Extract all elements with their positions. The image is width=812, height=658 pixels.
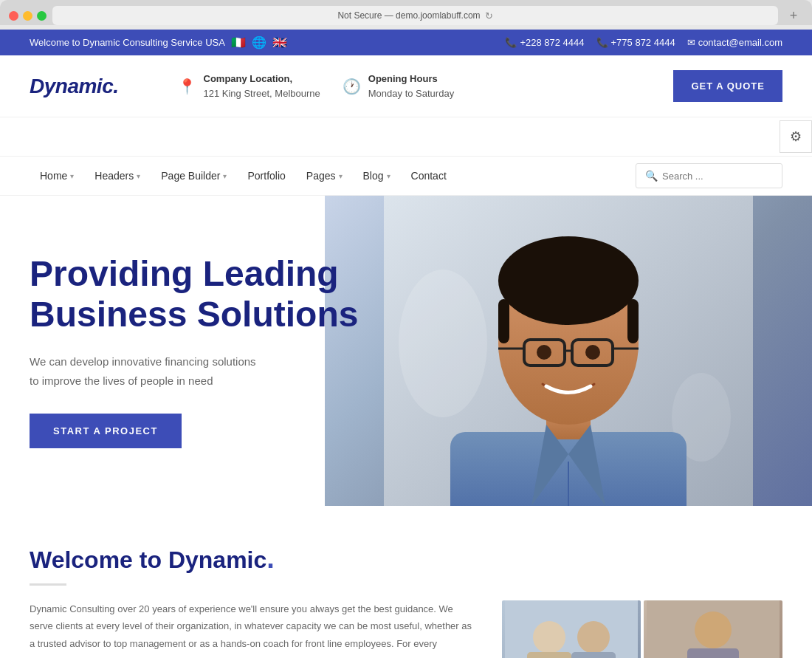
search-box[interactable]: 🔍: [636, 163, 782, 188]
get-quote-button[interactable]: GET A QUOTE: [673, 70, 782, 102]
hero-title-line2: Business Solutions: [30, 295, 358, 334]
welcome-images: [502, 600, 782, 658]
window-controls: [9, 11, 47, 21]
chevron-down-icon: ▾: [339, 172, 343, 180]
add-tab-button[interactable]: +: [784, 6, 803, 25]
search-icon: 🔍: [645, 170, 658, 182]
svg-point-16: [537, 345, 551, 360]
close-button[interactable]: [9, 11, 18, 21]
hours-text: Opening Hours Monday to Saturday: [368, 72, 454, 100]
hero-content: Providing Leading Business Solutions We …: [0, 253, 388, 448]
chevron-down-icon: ▾: [223, 172, 227, 180]
hero-person-svg: [325, 196, 812, 506]
location-text: Company Location, 121 King Street, Melbo…: [204, 72, 320, 100]
clock-icon: 🕐: [343, 78, 361, 95]
website-content: Welcome to Dynamic Consulting Service US…: [0, 30, 812, 658]
svg-point-2: [399, 270, 487, 417]
settings-button[interactable]: ⚙: [780, 120, 812, 153]
chevron-down-icon: ▾: [70, 172, 74, 180]
email-contact: ✉ contact@email.com: [687, 37, 782, 48]
svg-point-8: [498, 236, 639, 325]
flag-uk[interactable]: 🇬🇧: [272, 35, 287, 49]
welcome-img-1-svg: [502, 600, 641, 658]
nav-headers[interactable]: Headers ▾: [84, 157, 151, 195]
flag-global[interactable]: 🌐: [252, 35, 266, 49]
chevron-down-icon: ▾: [137, 172, 140, 180]
location-icon: 📍: [178, 78, 196, 95]
location-value: 121 King Street, Melbourne: [204, 88, 320, 99]
nav-portfolio-label: Portfolio: [247, 170, 285, 182]
nav-headers-label: Headers: [94, 170, 134, 182]
hero-title: Providing Leading Business Solutions: [30, 253, 358, 335]
welcome-img-2-svg: [644, 600, 782, 658]
nav-pages-label: Pages: [306, 170, 336, 182]
nav-blog-label: Blog: [363, 170, 384, 182]
nav-home[interactable]: Home ▾: [30, 157, 84, 195]
settings-bar: ⚙: [0, 117, 812, 156]
welcome-text: Welcome to Dynamic Consulting Service US…: [30, 37, 225, 48]
hours-label: Opening Hours: [368, 72, 454, 86]
svg-rect-9: [498, 299, 509, 343]
reload-icon[interactable]: ↻: [485, 10, 493, 21]
header-info-group: 📍 Company Location, 121 King Street, Mel…: [119, 72, 674, 100]
welcome-divider: [30, 583, 66, 586]
site-header: Dynamic. 📍 Company Location, 121 King St…: [0, 55, 812, 117]
hours-value: Monday to Saturday: [368, 88, 454, 99]
nav-blog[interactable]: Blog ▾: [353, 157, 401, 195]
svg-rect-10: [627, 299, 639, 343]
phone1-number[interactable]: +228 872 4444: [520, 37, 584, 48]
url-bar[interactable]: Not Secure — demo.joomlabuff.com ↻: [52, 6, 778, 25]
search-input[interactable]: [662, 171, 773, 182]
phone2-number[interactable]: +775 872 4444: [611, 37, 675, 48]
nav-contact-label: Contact: [411, 170, 447, 182]
nav-pages[interactable]: Pages ▾: [296, 157, 353, 195]
phone2-contact: 📞 +775 872 4444: [596, 37, 675, 48]
hero-subtitle: We can develop innovative financing solu…: [30, 352, 358, 390]
svg-point-17: [585, 345, 600, 360]
top-bar-left: Welcome to Dynamic Consulting Service US…: [30, 35, 287, 49]
email-address[interactable]: contact@email.com: [698, 37, 782, 48]
hero-subtitle-line2: to improve the lives of people in need: [30, 374, 213, 387]
location-label: Company Location,: [204, 72, 320, 86]
svg-rect-26: [505, 600, 638, 658]
nav-home-label: Home: [40, 170, 67, 182]
maximize-button[interactable]: [37, 11, 47, 21]
chevron-down-icon: ▾: [387, 172, 390, 180]
start-project-button[interactable]: START A PROJECT: [30, 414, 182, 448]
location-info: 📍 Company Location, 121 King Street, Mel…: [178, 72, 320, 100]
phone2-icon: 📞: [596, 37, 608, 48]
welcome-body-text: Dynamic Consulting over 20 years of expe…: [30, 600, 472, 652]
nav-contact[interactable]: Contact: [401, 157, 457, 195]
hero-section: Providing Leading Business Solutions We …: [0, 196, 812, 506]
hero-subtitle-line1: We can develop innovative financing solu…: [30, 355, 256, 368]
welcome-title-text: Welcome to Dynamic: [30, 546, 266, 573]
welcome-section: Welcome to Dynamic. Dynamic Consulting o…: [0, 506, 812, 658]
site-logo[interactable]: Dynamic.: [30, 75, 119, 98]
nav-page-builder-label: Page Builder: [161, 170, 220, 182]
main-nav: Home ▾ Headers ▾ Page Builder ▾ Portfoli…: [0, 156, 812, 196]
hero-title-line1: Providing Leading: [30, 254, 339, 293]
welcome-title-dot: .: [266, 543, 275, 574]
top-bar-right: 📞 +228 872 4444 📞 +775 872 4444 ✉ contac…: [505, 37, 782, 48]
nav-page-builder[interactable]: Page Builder ▾: [151, 157, 237, 195]
nav-portfolio[interactable]: Portfolio: [237, 157, 295, 195]
browser-window: Not Secure — demo.joomlabuff.com ↻ +: [0, 0, 812, 25]
minimize-button[interactable]: [23, 11, 32, 21]
email-icon: ✉: [687, 37, 695, 48]
phone1-icon: 📞: [505, 37, 517, 48]
top-bar: Welcome to Dynamic Consulting Service US…: [0, 30, 812, 55]
hours-info: 🕐 Opening Hours Monday to Saturday: [343, 72, 454, 100]
welcome-image-1: [502, 600, 641, 658]
hero-image: [325, 196, 812, 506]
svg-rect-32: [647, 600, 780, 658]
welcome-title: Welcome to Dynamic.: [30, 543, 782, 575]
flag-italy[interactable]: 🇮🇹: [231, 35, 246, 49]
welcome-content: Dynamic Consulting over 20 years of expe…: [30, 600, 782, 658]
url-text: Not Secure — demo.joomlabuff.com: [337, 10, 480, 21]
phone1-contact: 📞 +228 872 4444: [505, 37, 584, 48]
nav-links: Home ▾ Headers ▾ Page Builder ▾ Portfoli…: [30, 157, 457, 195]
welcome-image-2: [644, 600, 782, 658]
